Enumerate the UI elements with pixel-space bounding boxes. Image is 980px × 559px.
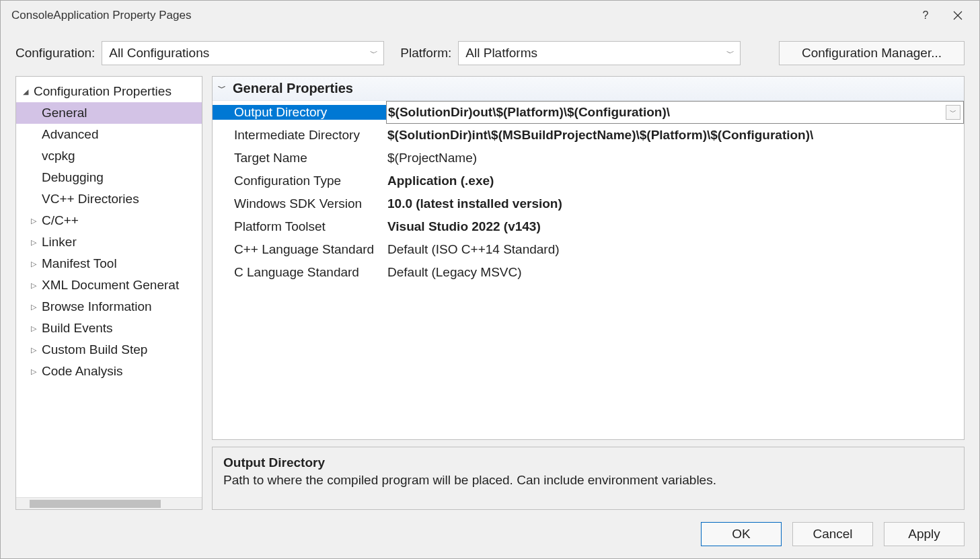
- tree-item-label: Manifest Tool: [42, 256, 117, 271]
- tree-item-general[interactable]: General: [16, 102, 202, 124]
- property-value-cell[interactable]: Default (Legacy MSVC): [386, 261, 964, 284]
- property-row-platform-toolset[interactable]: Platform ToolsetVisual Studio 2022 (v143…: [213, 215, 964, 238]
- topbar: Configuration: All Configurations ﹀ Plat…: [1, 30, 979, 76]
- chevron-right-icon: ▷: [31, 281, 42, 290]
- property-name: Platform Toolset: [213, 219, 386, 234]
- property-value: $(SolutionDir)int\$(MSBuildProjectName)\…: [386, 128, 964, 143]
- property-name: Output Directory: [213, 105, 386, 120]
- chevron-right-icon: ▷: [31, 303, 42, 311]
- tree-item-label: Debugging: [42, 170, 104, 185]
- property-value: Default (Legacy MSVC): [386, 265, 964, 280]
- property-pages-dialog: ConsoleApplication Property Pages ? Conf…: [0, 0, 980, 559]
- property-name: Intermediate Directory: [213, 128, 386, 143]
- help-icon: ?: [923, 9, 929, 22]
- description-title: Output Directory: [223, 455, 953, 470]
- tree-item-label: Build Events: [42, 321, 113, 336]
- tree-item-browse-information[interactable]: ▷Browse Information: [16, 296, 202, 318]
- right-pane: ﹀ General Properties Output Directory$(S…: [212, 76, 965, 510]
- tree-item-vcpkg[interactable]: vcpkg: [16, 145, 202, 167]
- property-name: C++ Language Standard: [213, 242, 386, 257]
- titlebar: ConsoleApplication Property Pages ?: [1, 1, 979, 30]
- ok-button[interactable]: OK: [701, 522, 782, 546]
- tree-item-label: General: [42, 106, 87, 120]
- close-icon: [953, 11, 963, 20]
- description-text: Path to where the compiled program will …: [223, 473, 953, 488]
- property-row-c-language-standard[interactable]: C++ Language StandardDefault (ISO C++14 …: [213, 238, 964, 261]
- tree-item-vc-directories[interactable]: VC++ Directories: [16, 188, 202, 210]
- property-value: 10.0 (latest installed version): [386, 196, 964, 211]
- tree-item-label: XML Document Generat: [42, 278, 179, 293]
- close-button[interactable]: [942, 2, 974, 29]
- nav-tree-body[interactable]: ◢ Configuration Properties GeneralAdvanc…: [16, 77, 202, 497]
- tree-item-manifest-tool[interactable]: ▷Manifest Tool: [16, 253, 202, 274]
- chevron-right-icon: ▷: [31, 217, 42, 225]
- tree-root-label: Configuration Properties: [34, 84, 172, 99]
- tree-item-c-c-[interactable]: ▷C/C++: [16, 210, 202, 231]
- property-value: Default (ISO C++14 Standard): [386, 242, 964, 257]
- tree-item-advanced[interactable]: Advanced: [16, 124, 202, 145]
- chevron-right-icon: ▷: [31, 324, 42, 333]
- property-row-output-directory[interactable]: Output Directory$(SolutionDir)out\$(Plat…: [213, 101, 964, 124]
- tree-item-label: VC++ Directories: [42, 192, 139, 207]
- chevron-down-icon: ﹀: [218, 83, 226, 94]
- platform-combo[interactable]: All Platforms ﹀: [458, 41, 741, 65]
- apply-button[interactable]: Apply: [884, 522, 965, 546]
- chevron-down-icon: ◢: [23, 87, 34, 96]
- tree-item-label: Advanced: [42, 127, 99, 142]
- section-header[interactable]: ﹀ General Properties: [213, 77, 964, 101]
- window-title: ConsoleApplication Property Pages: [11, 9, 191, 22]
- property-row-windows-sdk-version[interactable]: Windows SDK Version10.0 (latest installe…: [213, 192, 964, 215]
- content: ◢ Configuration Properties GeneralAdvanc…: [1, 76, 979, 510]
- tree-item-build-events[interactable]: ▷Build Events: [16, 318, 202, 339]
- property-value-cell[interactable]: Default (ISO C++14 Standard): [386, 238, 964, 261]
- chevron-down-icon: ﹀: [950, 108, 956, 117]
- cancel-button[interactable]: Cancel: [792, 522, 873, 546]
- platform-label: Platform:: [400, 46, 451, 61]
- chevron-right-icon: ▷: [31, 346, 42, 355]
- property-value-cell[interactable]: $(ProjectName): [386, 147, 964, 170]
- property-value: $(ProjectName): [386, 151, 964, 165]
- chevron-right-icon: ▷: [31, 238, 42, 247]
- tree-item-label: Linker: [42, 235, 77, 250]
- property-grid: ﹀ General Properties Output Directory$(S…: [212, 76, 965, 440]
- configuration-combo[interactable]: All Configurations ﹀: [102, 41, 384, 65]
- property-value: $(SolutionDir)out\$(Platform)\$(Configur…: [387, 105, 946, 120]
- tree-item-label: C/C++: [42, 213, 79, 228]
- chevron-right-icon: ▷: [31, 260, 42, 268]
- scrollbar-thumb[interactable]: [30, 500, 161, 508]
- property-value-cell[interactable]: $(SolutionDir)int\$(MSBuildProjectName)\…: [386, 124, 964, 147]
- dropdown-button[interactable]: ﹀: [946, 105, 960, 120]
- property-name: Configuration Type: [213, 174, 386, 188]
- property-value-cell[interactable]: Visual Studio 2022 (v143): [386, 215, 964, 238]
- tree-root-config-props[interactable]: ◢ Configuration Properties: [16, 81, 202, 102]
- tree-item-label: Custom Build Step: [42, 342, 147, 357]
- description-panel: Output Directory Path to where the compi…: [212, 447, 965, 510]
- footer: OK Cancel Apply: [1, 510, 979, 558]
- tree-item-debugging[interactable]: Debugging: [16, 167, 202, 188]
- property-value-cell[interactable]: 10.0 (latest installed version): [386, 192, 964, 215]
- property-value: Visual Studio 2022 (v143): [386, 219, 964, 234]
- property-value-cell[interactable]: $(SolutionDir)out\$(Platform)\$(Configur…: [386, 101, 964, 124]
- property-name: Windows SDK Version: [213, 196, 386, 211]
- chevron-down-icon: ﹀: [370, 48, 378, 59]
- tree-horizontal-scrollbar[interactable]: [16, 497, 202, 509]
- tree-item-custom-build-step[interactable]: ▷Custom Build Step: [16, 339, 202, 361]
- property-row-c-language-standard[interactable]: C Language StandardDefault (Legacy MSVC): [213, 261, 964, 284]
- platform-value: All Platforms: [465, 46, 537, 61]
- property-value: Application (.exe): [386, 174, 964, 188]
- section-title: General Properties: [233, 81, 353, 96]
- property-row-intermediate-directory[interactable]: Intermediate Directory$(SolutionDir)int\…: [213, 124, 964, 147]
- chevron-down-icon: ﹀: [726, 48, 734, 59]
- tree-item-xml-document-generat[interactable]: ▷XML Document Generat: [16, 274, 202, 296]
- tree-item-code-analysis[interactable]: ▷Code Analysis: [16, 361, 202, 382]
- nav-tree: ◢ Configuration Properties GeneralAdvanc…: [15, 76, 202, 510]
- configuration-label: Configuration:: [15, 46, 95, 61]
- tree-item-linker[interactable]: ▷Linker: [16, 231, 202, 253]
- tree-item-label: Code Analysis: [42, 364, 122, 379]
- property-row-configuration-type[interactable]: Configuration TypeApplication (.exe): [213, 170, 964, 192]
- property-row-target-name[interactable]: Target Name$(ProjectName): [213, 147, 964, 170]
- configuration-manager-button[interactable]: Configuration Manager...: [779, 41, 965, 65]
- property-value-cell[interactable]: Application (.exe): [386, 170, 964, 192]
- help-button[interactable]: ?: [909, 2, 942, 29]
- configuration-value: All Configurations: [109, 46, 209, 61]
